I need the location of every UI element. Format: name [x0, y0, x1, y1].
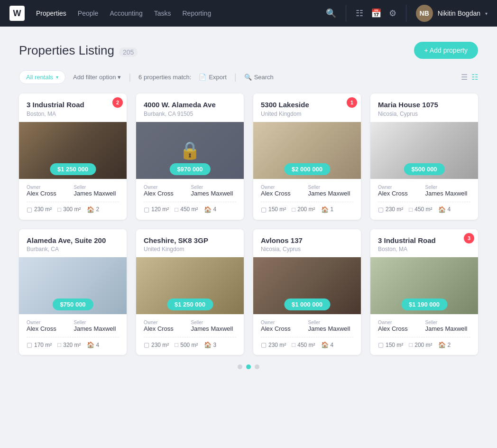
- card-header: Alameda Ave, Suite 200 Burbank, CA: [19, 229, 127, 258]
- pagination-dot[interactable]: [246, 364, 251, 369]
- card-body: Owner Alex Cross Seller James Maxwell ▢ …: [253, 314, 361, 355]
- owner-name: Alex Cross: [378, 325, 423, 332]
- nav-properties[interactable]: Properties: [36, 8, 66, 19]
- owner-label: Owner: [378, 185, 423, 190]
- outdoor-area-stat: □ 450 m²: [292, 341, 315, 348]
- card-image: $1 250 000: [19, 122, 127, 179]
- seller-name: James Maxwell: [191, 325, 237, 332]
- nav-links: Properties People Accounting Tasks Repor…: [36, 8, 326, 19]
- indoor-icon: ▢: [378, 341, 384, 348]
- property-card[interactable]: Alameda Ave, Suite 200 Burbank, CA $750 …: [19, 229, 127, 355]
- indoor-icon: ▢: [378, 206, 384, 213]
- navbar: W Properties People Accounting Tasks Rep…: [0, 0, 497, 27]
- seller-name: James Maxwell: [308, 325, 354, 332]
- grid-view-toggle[interactable]: ☷: [471, 73, 478, 82]
- outdoor-area: 300 m²: [63, 206, 81, 213]
- indoor-area: 150 m²: [386, 342, 403, 348]
- property-card[interactable]: 2 3 Industrial Road Boston, MA $1 250 00…: [19, 93, 127, 220]
- seller-name: James Maxwell: [425, 190, 471, 197]
- beds-count: 4: [448, 206, 451, 213]
- search-icon[interactable]: 🔍: [326, 8, 336, 19]
- beds-stat: 🏠 2: [438, 341, 451, 348]
- card-body: Owner Alex Cross Seller James Maxwell ▢ …: [19, 179, 127, 220]
- card-stats: ▢ 230 m² □ 500 m² 🏠 3: [144, 341, 236, 348]
- add-filter-button[interactable]: Add filter option ▾: [73, 74, 121, 81]
- user-menu[interactable]: NB Nikitin Bogdan ▾: [416, 5, 488, 22]
- nav-reporting[interactable]: Reporting: [182, 8, 211, 19]
- card-people: Owner Alex Cross Seller James Maxwell: [27, 185, 119, 197]
- bed-icon: 🏠: [204, 341, 212, 348]
- card-stats: ▢ 230 m² □ 450 m² 🏠 4: [261, 341, 353, 348]
- card-header: Maria House 1075 Nicosia, Cyprus: [370, 93, 478, 122]
- seller-label: Seller: [74, 185, 120, 190]
- pagination-dot[interactable]: [238, 364, 242, 369]
- outdoor-area: 500 m²: [180, 342, 198, 348]
- outdoor-area: 320 m²: [63, 342, 81, 348]
- bed-icon: 🏠: [321, 206, 329, 213]
- card-divider: [144, 202, 236, 202]
- search-button[interactable]: 🔍 Search: [244, 74, 274, 81]
- seller-label: Seller: [308, 320, 354, 325]
- card-title: Cheshire, SK8 3GP: [144, 236, 236, 245]
- card-price: $750 000: [52, 299, 93, 310]
- card-body: Owner Alex Cross Seller James Maxwell ▢ …: [19, 314, 127, 355]
- card-people: Owner Alex Cross Seller James Maxwell: [378, 320, 470, 332]
- property-card[interactable]: Avlonos 137 Nicosia, Cyprus $1 000 000 O…: [253, 229, 361, 355]
- owner-name: Alex Cross: [261, 325, 306, 332]
- nav-people[interactable]: People: [78, 8, 99, 19]
- outdoor-area-stat: □ 450 m²: [175, 206, 198, 213]
- owner-name: Alex Cross: [27, 190, 72, 197]
- app-logo: W: [9, 6, 25, 21]
- pagination-dot[interactable]: [255, 364, 259, 369]
- bed-icon: 🏠: [438, 341, 446, 348]
- card-header: 5300 Lakeside United Kingdom: [253, 93, 361, 122]
- property-card[interactable]: Maria House 1075 Nicosia, Cyprus $500 00…: [370, 93, 478, 220]
- owner-section: Owner Alex Cross: [27, 185, 72, 197]
- add-property-button[interactable]: + Add property: [414, 42, 478, 59]
- seller-section: Seller James Maxwell: [425, 320, 471, 332]
- outdoor-area-stat: □ 200 m²: [292, 206, 315, 213]
- search-icon: 🔍: [244, 74, 252, 81]
- card-subtitle: United Kingdom: [261, 111, 353, 117]
- property-card[interactable]: 1 5300 Lakeside United Kingdom $2 000 00…: [253, 93, 361, 220]
- indoor-area-stat: ▢ 120 m²: [144, 206, 169, 213]
- property-card[interactable]: 3 3 Industrial Road Boston, MA $1 190 00…: [370, 229, 478, 355]
- card-people: Owner Alex Cross Seller James Maxwell: [144, 185, 236, 197]
- nav-accounting[interactable]: Accounting: [110, 8, 142, 19]
- rental-filter[interactable]: All rentals ▾: [19, 70, 65, 84]
- outdoor-area-stat: □ 320 m²: [57, 341, 81, 348]
- beds-count: 4: [96, 342, 100, 348]
- beds-stat: 🏠 3: [204, 341, 217, 348]
- calendar-icon[interactable]: 📅: [371, 8, 381, 19]
- owner-label: Owner: [261, 185, 306, 190]
- property-card[interactable]: 4000 W. Alameda Ave Burbank, CA 91505 🔒 …: [136, 93, 244, 220]
- filter-bar: All rentals ▾ Add filter option ▾ | 6 pr…: [19, 70, 478, 84]
- card-title: 3 Industrial Road: [27, 100, 119, 110]
- card-divider: [261, 337, 353, 337]
- list-view-toggle[interactable]: ☰: [461, 73, 468, 82]
- card-body: Owner Alex Cross Seller James Maxwell ▢ …: [136, 314, 244, 355]
- card-subtitle: Boston, MA: [27, 111, 119, 117]
- nav-tasks[interactable]: Tasks: [154, 8, 171, 19]
- card-divider: [27, 202, 119, 202]
- chevron-down-icon: ▾: [485, 11, 488, 16]
- main-content: Properties Listing 205 + Add property Al…: [0, 27, 497, 384]
- card-body: Owner Alex Cross Seller James Maxwell ▢ …: [370, 179, 478, 220]
- outdoor-icon: □: [57, 206, 61, 213]
- grid-icon[interactable]: ☷: [356, 8, 363, 19]
- card-divider: [378, 337, 470, 337]
- card-title: 5300 Lakeside: [261, 100, 353, 110]
- property-card[interactable]: Cheshire, SK8 3GP United Kingdom $1 250 …: [136, 229, 244, 355]
- card-title: Alameda Ave, Suite 200: [27, 236, 119, 245]
- view-toggles: ☰ ☷: [461, 73, 478, 82]
- beds-count: 2: [96, 206, 100, 213]
- seller-section: Seller James Maxwell: [308, 320, 354, 332]
- bed-icon: 🏠: [204, 206, 212, 213]
- indoor-area-stat: ▢ 150 m²: [261, 206, 286, 213]
- seller-section: Seller James Maxwell: [74, 320, 120, 332]
- seller-label: Seller: [191, 185, 237, 190]
- indoor-icon: ▢: [261, 206, 267, 213]
- beds-count: 2: [448, 342, 451, 348]
- settings-icon[interactable]: ⚙: [389, 8, 396, 19]
- export-button[interactable]: 📄 Export: [199, 74, 227, 81]
